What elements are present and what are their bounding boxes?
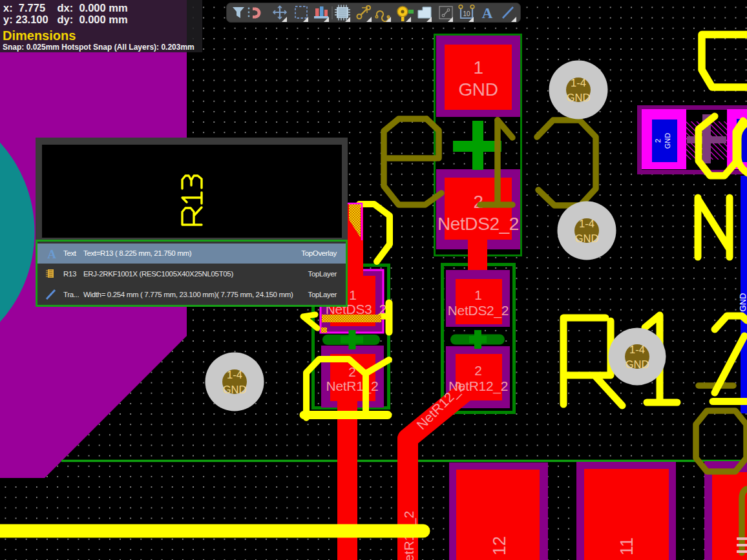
svg-text:NetDS2_2: NetDS2_2 <box>437 214 519 234</box>
svg-text:2: 2 <box>474 363 481 378</box>
svg-text:11: 11 <box>617 537 637 555</box>
svg-text:NetR1_2: NetR1_2 <box>326 379 379 394</box>
svg-text:10: 10 <box>463 10 470 17</box>
svg-text:A: A <box>47 247 56 261</box>
svg-text:1-4: 1-4 <box>579 218 594 229</box>
svg-text:1: 1 <box>474 287 481 302</box>
svg-text:1-4: 1-4 <box>571 77 586 88</box>
svg-text:NetDS2_2: NetDS2_2 <box>448 303 509 318</box>
svg-text:1-4: 1-4 <box>227 369 242 380</box>
svg-text:GND: GND <box>458 79 498 99</box>
svg-text:A: A <box>482 5 493 21</box>
svg-text:GND: GND <box>626 358 649 370</box>
svg-text:1: 1 <box>473 57 483 78</box>
svg-text:GND: GND <box>664 133 671 149</box>
svg-text:GND: GND <box>738 293 747 312</box>
svg-text:1: 1 <box>349 287 356 302</box>
svg-text:GND: GND <box>223 384 247 395</box>
svg-text:1-4: 1-4 <box>629 344 645 355</box>
svg-text:2: 2 <box>654 139 662 143</box>
svg-text:GND: GND <box>575 233 599 244</box>
svg-text:12: 12 <box>490 536 509 555</box>
svg-text:GND: GND <box>567 92 591 103</box>
